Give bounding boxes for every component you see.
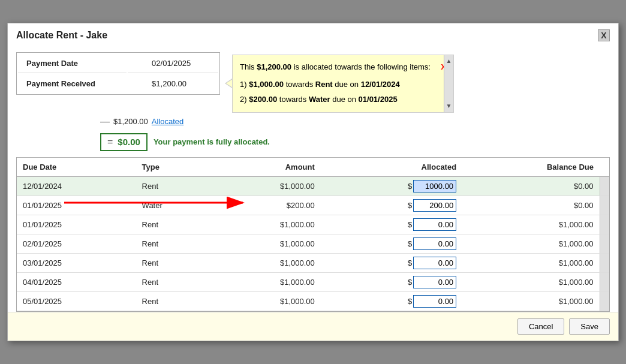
dollar-sign: $ [408, 182, 412, 191]
equals-box: = $0.00 [100, 133, 148, 151]
allocation-tooltip: X This $1,200.00 is allocated towards th… [232, 55, 454, 112]
scrollbar-col [600, 195, 609, 215]
scrollbar-col [600, 215, 609, 234]
cell-balance-due: $1,000.00 [462, 234, 600, 253]
cell-type: Rent [136, 253, 212, 272]
tooltip-item2-date: 01/01/2025 [359, 95, 398, 104]
info-table: Payment Date 02/01/2025 Payment Received… [16, 52, 220, 95]
allocated-input[interactable] [413, 237, 456, 250]
allocate-rent-dialog: Allocate Rent - Jake X Payment Date 02/0… [7, 23, 619, 341]
table-row: 04/01/2025Rent$1,000.00$$1,000.00 [17, 272, 609, 291]
scrollbar-col [600, 291, 609, 311]
cell-due-date: 01/01/2025 [17, 195, 136, 215]
cell-type: Rent [136, 215, 212, 234]
minus-amount-row: — $1,200.00 Allocated [100, 116, 610, 127]
cell-balance-due: $1,000.00 [462, 253, 600, 272]
table-area: Due Date Type Amount Allocated Balance D… [16, 157, 610, 312]
allocated-link[interactable]: Allocated [152, 117, 183, 126]
minus-icon: — [100, 116, 110, 127]
tooltip-amount: $1,200.00 [257, 62, 291, 71]
allocated-input[interactable] [413, 199, 456, 212]
cell-allocated[interactable]: $ [321, 195, 462, 215]
table-row: 02/01/2025Rent$1,000.00$$1,000.00 [17, 234, 609, 253]
tooltip-scroll-down[interactable]: ▼ [446, 101, 452, 111]
payment-date-row: Payment Date 02/01/2025 [18, 54, 218, 73]
tooltip-item1: 1) $1,000.00 towards Rent due on 12/01/2… [240, 79, 446, 91]
cell-amount: $200.00 [212, 195, 321, 215]
fully-allocated-message: Your payment is fully allocated. [154, 137, 270, 146]
cell-allocated[interactable]: $ [321, 176, 462, 195]
cell-type: Rent [136, 234, 212, 253]
table-header: Due Date Type Amount Allocated Balance D… [17, 158, 609, 177]
cell-due-date: 04/01/2025 [17, 272, 136, 291]
cell-due-date: 03/01/2025 [17, 253, 136, 272]
dollar-sign: $ [408, 201, 412, 210]
cell-amount: $1,000.00 [212, 176, 321, 195]
top-section: Payment Date 02/01/2025 Payment Received… [16, 52, 610, 112]
allocated-input[interactable] [413, 180, 456, 192]
save-button[interactable]: Save [569, 318, 610, 335]
dollar-sign: $ [408, 220, 412, 229]
cell-amount: $1,000.00 [212, 253, 321, 272]
tooltip-scrollbar[interactable]: ▲ ▼ [444, 55, 453, 112]
tooltip-line1: This $1,200.00 is allocated towards the … [240, 61, 446, 74]
scrollbar-col-header [600, 158, 609, 177]
payment-received-value: $1,200.00 [128, 74, 218, 93]
tooltip-prefix: This [240, 62, 257, 71]
allocated-input[interactable] [413, 257, 456, 269]
close-icon: X [601, 31, 606, 40]
scrollbar-col [600, 234, 609, 253]
cell-allocated[interactable]: $ [321, 253, 462, 272]
deducted-amount: $1,200.00 [113, 117, 148, 126]
cell-due-date: 12/01/2024 [17, 176, 136, 195]
scrollbar-col [600, 272, 609, 291]
cell-due-date: 01/01/2025 [17, 215, 136, 234]
allocated-input[interactable] [413, 295, 456, 308]
cancel-button[interactable]: Cancel [517, 318, 564, 335]
cell-amount: $1,000.00 [212, 215, 321, 234]
allocated-input[interactable] [413, 218, 456, 231]
equals-icon: = [107, 137, 113, 148]
scrollbar-col [600, 253, 609, 272]
dialog-title: Allocate Rent - Jake [16, 30, 107, 41]
dollar-sign: $ [408, 278, 412, 287]
cell-balance-due: $0.00 [462, 195, 600, 215]
table-row: 12/01/2024Rent$1,000.00$$0.00 [17, 176, 609, 195]
tooltip-item2: 2) $200.00 towards Water due on 01/01/20… [240, 94, 446, 106]
col-amount: Amount [212, 158, 321, 177]
allocated-input[interactable] [413, 276, 456, 288]
cell-amount: $1,000.00 [212, 234, 321, 253]
tooltip-item2-amount: $200.00 [249, 95, 277, 104]
tooltip-item1-date: 12/01/2024 [361, 80, 400, 89]
cell-type: Rent [136, 291, 212, 311]
cell-balance-due: $1,000.00 [462, 215, 600, 234]
tooltip-suffix: is allocated towards the following items… [291, 62, 431, 71]
payment-date-label: Payment Date [18, 54, 127, 73]
tooltip-scroll-up[interactable]: ▲ [446, 56, 452, 66]
cell-type: Rent [136, 272, 212, 291]
cell-amount: $1,000.00 [212, 291, 321, 311]
cell-allocated[interactable]: $ [321, 272, 462, 291]
cell-balance-due: $1,000.00 [462, 291, 600, 311]
dollar-sign: $ [408, 239, 412, 248]
tooltip-item2-label: Water [309, 95, 330, 104]
table-body: 12/01/2024Rent$1,000.00$$0.0001/01/2025W… [17, 176, 609, 311]
tooltip-item1-amount: $1,000.00 [249, 80, 284, 89]
dialog-title-bar: Allocate Rent - Jake X [8, 23, 618, 46]
col-allocated: Allocated [321, 158, 462, 177]
tooltip-container: X This $1,200.00 is allocated towards th… [232, 55, 454, 112]
cell-balance-due: $1,000.00 [462, 272, 600, 291]
dollar-sign: $ [408, 297, 412, 306]
cell-amount: $1,000.00 [212, 272, 321, 291]
data-table-wrap: Due Date Type Amount Allocated Balance D… [16, 157, 610, 312]
cell-type: Water [136, 195, 212, 215]
cell-allocated[interactable]: $ [321, 234, 462, 253]
payment-received-label: Payment Received [18, 74, 127, 93]
cell-allocated[interactable]: $ [321, 215, 462, 234]
cell-balance-due: $0.00 [462, 176, 600, 195]
cell-allocated[interactable]: $ [321, 291, 462, 311]
table-row: 01/01/2025Rent$1,000.00$$1,000.00 [17, 215, 609, 234]
cell-type: Rent [136, 176, 212, 195]
payment-date-value: 02/01/2025 [128, 54, 218, 73]
close-button[interactable]: X [598, 29, 610, 41]
